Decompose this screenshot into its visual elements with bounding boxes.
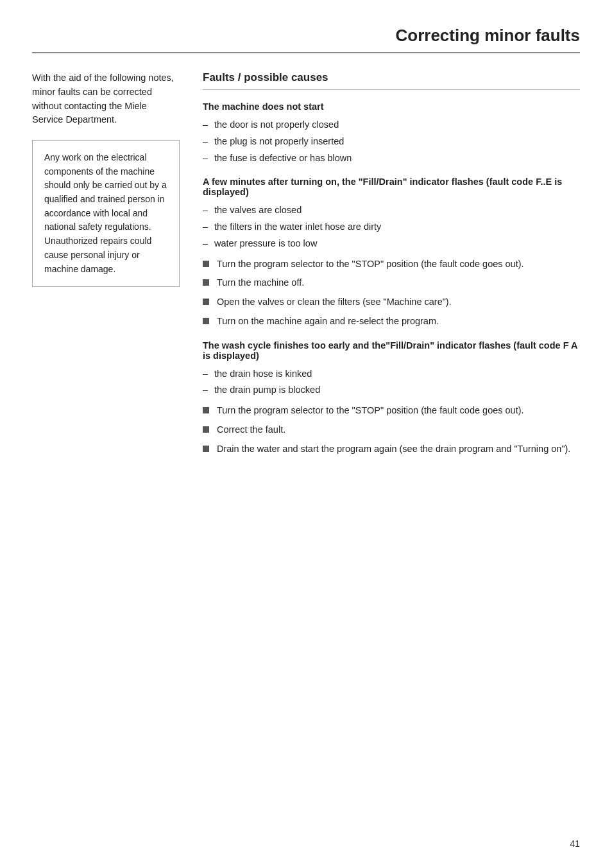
fault3-cause-1: the drain hose is kinked: [203, 367, 580, 381]
fault1-cause-1: the door is not properly closed: [203, 118, 580, 132]
fault1-cause-2: the plug is not properly inserted: [203, 135, 580, 149]
fault1-cause-3: the fuse is defective or has blown: [203, 152, 580, 166]
fault1-causes: the door is not properly closed the plug…: [203, 118, 580, 165]
fault2-cause-1: the valves are closed: [203, 204, 580, 218]
fault1-heading: The machine does not start: [203, 101, 580, 112]
page-header: Correcting minor faults: [32, 26, 580, 53]
fault3-action-2: Correct the fault.: [203, 423, 580, 437]
fault2-action-1: Turn the program selector to the "STOP" …: [203, 257, 580, 272]
fault-section-1: The machine does not start the door is n…: [203, 101, 580, 165]
fault3-action-3: Drain the water and start the program ag…: [203, 442, 580, 456]
page-title: Correcting minor faults: [396, 26, 580, 45]
fault3-cause-2: the drain pump is blocked: [203, 383, 580, 397]
fault2-actions: Turn the program selector to the "STOP" …: [203, 257, 580, 329]
section-heading: Faults / possible causes: [203, 71, 580, 90]
fault-section-2: A few minutes after turning on, the "Fil…: [203, 177, 580, 328]
fault2-heading: A few minutes after turning on, the "Fil…: [203, 177, 580, 197]
fault3-heading: The wash cycle finishes too early and th…: [203, 340, 580, 361]
fault3-actions: Turn the program selector to the "STOP" …: [203, 404, 580, 456]
left-column: With the aid of the following notes, min…: [32, 71, 180, 465]
fault2-action-3: Open the valves or clean the filters (se…: [203, 295, 580, 309]
fault2-action-2: Turn the machine off.: [203, 276, 580, 290]
fault3-action-1: Turn the program selector to the "STOP" …: [203, 404, 580, 418]
warning-text: Any work on the electrical components of…: [44, 152, 167, 274]
fault2-action-4: Turn on the machine again and re-select …: [203, 315, 580, 329]
page-number: 41: [570, 838, 580, 849]
fault-section-3: The wash cycle finishes too early and th…: [203, 340, 580, 456]
fault2-cause-2: the filters in the water inlet hose are …: [203, 220, 580, 234]
fault2-cause-3: water pressure is too low: [203, 237, 580, 251]
content-area: With the aid of the following notes, min…: [32, 71, 580, 465]
fault3-causes: the drain hose is kinked the drain pump …: [203, 367, 580, 398]
warning-box: Any work on the electrical components of…: [32, 140, 180, 287]
fault2-causes: the valves are closed the filters in the…: [203, 204, 580, 250]
page: Correcting minor faults With the aid of …: [0, 0, 612, 868]
right-column: Faults / possible causes The machine doe…: [203, 71, 580, 465]
intro-text: With the aid of the following notes, min…: [32, 71, 180, 127]
